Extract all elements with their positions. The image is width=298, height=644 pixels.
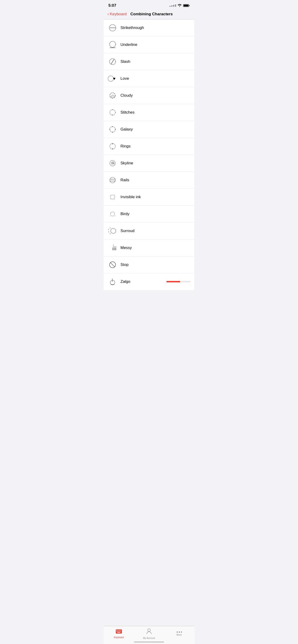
progress-empty [181,281,191,282]
signal-icon [169,4,176,7]
item-label: Underline [120,42,137,47]
svg-point-29 [110,195,111,196]
svg-point-28 [109,194,116,200]
svg-point-8 [110,93,115,98]
progress-bar [166,281,191,282]
cloudy-icon [107,90,118,100]
list-item[interactable]: Cloudy [104,87,194,104]
status-bar: 5:07 [104,0,194,10]
birdy-icon [107,209,118,219]
list-item[interactable]: Rails [104,172,194,189]
item-label: Messy [120,246,132,250]
svg-text:x: x [110,233,111,234]
list-item[interactable]: Rings [104,138,194,155]
svg-text:x: x [110,227,111,228]
svg-point-24 [110,177,115,183]
svg-text:+: + [113,244,114,246]
item-label: Galaxy [120,127,133,132]
back-label: Keyboard [110,12,127,16]
invisible-ink-icon [107,192,118,202]
svg-text:x: x [108,231,109,232]
strikethrough-icon [107,23,118,33]
wifi-icon [178,4,182,8]
surroud-icon: x x x x [107,226,118,236]
item-label: Rails [120,178,129,182]
list-item[interactable]: Strikethrough [104,20,194,36]
item-label: Stop [120,262,129,267]
item-label: Surroud [120,228,134,233]
svg-point-16 [115,129,116,130]
svg-point-15 [110,129,110,130]
progress-filled [166,281,180,282]
svg-point-2 [110,41,116,47]
list-item[interactable]: Birdy [104,206,194,222]
list-item[interactable]: Galaxy [104,121,194,138]
item-label: Skyline [120,161,133,166]
messy-icon: + [107,243,118,253]
svg-point-13 [112,126,113,127]
list-item[interactable]: Invisible ink [104,189,194,206]
svg-text:♥: ♥ [113,76,116,81]
item-label: Stitches [120,110,134,115]
svg-point-27 [111,195,115,199]
list-container: Strikethrough Underline Slash [104,20,194,290]
list-item[interactable]: ♥ Love [104,70,194,87]
back-button[interactable]: ‹ Keyboard [107,12,127,16]
list-item[interactable]: x x x x Surroud [104,222,194,240]
list-item[interactable]: Underline [104,36,194,53]
list-item[interactable]: Stop [104,256,194,273]
svg-text:z̃: z̃ [112,278,113,280]
svg-point-17 [110,144,115,149]
svg-point-12 [110,126,115,132]
list-item[interactable]: Skyline [104,155,194,172]
item-label: Birdy [120,212,130,216]
battery-icon [183,4,190,7]
svg-point-19 [112,148,113,149]
skyline-icon [107,158,118,168]
list-item[interactable]: x x Stitches [104,104,194,121]
status-icons [169,4,190,8]
stitches-icon: x x [107,107,118,118]
page-title: Combining Characters [130,12,173,16]
item-label: Rings [120,144,130,148]
zalgo-icon: z̃ S̃ [107,276,118,287]
list-item[interactable]: Slash [104,53,194,70]
svg-point-34 [111,228,116,234]
item-label: Cloudy [120,93,133,98]
list-item[interactable]: z̃ S̃ Zalgo [104,273,194,290]
svg-point-6 [108,76,114,81]
svg-point-31 [114,195,115,196]
page-content: Strikethrough Underline Slash [104,20,194,308]
svg-rect-22 [113,162,113,164]
love-icon: ♥ [107,74,118,84]
svg-point-30 [114,198,115,199]
svg-text:x: x [112,114,113,116]
svg-rect-23 [114,162,114,164]
svg-text:x: x [112,108,113,110]
svg-point-32 [110,198,111,199]
svg-line-47 [110,262,115,267]
rings-icon [107,141,118,152]
galaxy-icon [107,124,118,134]
svg-text:x: x [108,228,109,230]
item-label: Love [120,76,129,81]
svg-point-14 [112,132,113,132]
svg-line-5 [111,59,114,64]
item-label: Strikethrough [120,26,144,30]
nav-header: ‹ Keyboard Combining Characters [104,10,194,20]
stop-icon [107,260,118,270]
underline-icon [107,40,118,50]
item-label: Zalgo [120,279,130,284]
rails-icon [107,175,118,185]
status-time: 5:07 [108,3,116,8]
item-label: Slash [120,59,130,64]
svg-rect-21 [111,162,112,164]
slash-icon [107,56,118,67]
item-label: Invisible ink [120,195,141,199]
back-chevron-icon: ‹ [107,12,109,16]
list-item[interactable]: + Messy [104,240,194,256]
